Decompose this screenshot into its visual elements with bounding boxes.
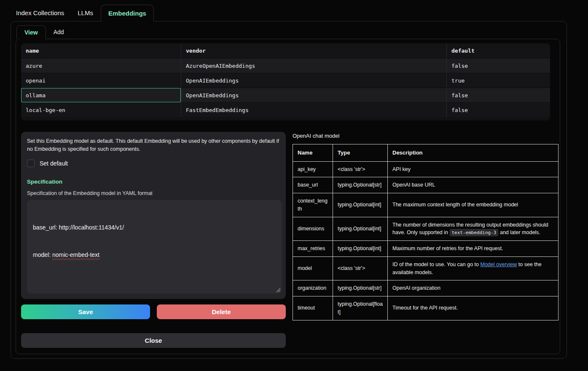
table-row-ollama-selected[interactable]: ollama OpenAIEmbeddings false (21, 88, 550, 102)
schema-row-api_key: api_key <class 'str'> API key (293, 161, 558, 177)
embeddings-tab-panel: View Add name vendor default azure Azure… (11, 21, 567, 359)
cell-vendor: FastEmbedEmbeddings (181, 103, 446, 117)
save-button[interactable]: Save (21, 304, 150, 319)
specification-heading: Specification (27, 179, 280, 185)
close-button[interactable]: Close (21, 333, 286, 348)
action-buttons: Save Delete (21, 304, 286, 319)
schema-table: Name Type Description api_key <class 'st… (293, 144, 558, 320)
table-row-local-bge-en[interactable]: local-bge-en FastEmbedEmbeddings false (21, 102, 550, 117)
inline-code-chip: text-embedding-3 (450, 229, 499, 236)
yaml-line-2: model: nomic-embed-text (33, 251, 276, 260)
cell-name: ollama (21, 88, 181, 102)
cell-vendor: OpenAIEmbeddings (181, 73, 446, 88)
yaml-spec-editor[interactable]: base_url: http://localhost:11434/v1/ mod… (27, 200, 282, 294)
tab-view[interactable]: View (16, 25, 46, 39)
sub-tab-bar: View Add (11, 21, 567, 39)
cell-default: false (446, 103, 550, 117)
tab-llms[interactable]: LLMs (78, 5, 93, 21)
col-header-vendor: vendor (181, 43, 446, 58)
col-header-name: name (21, 43, 181, 58)
detail-area: Set this Embedding model as default. Thi… (21, 132, 556, 348)
misspelled-word: nomic-embed-text (52, 251, 99, 258)
main-tab-bar: Index Collections LLMs Embeddings (0, 4, 588, 21)
cell-vendor: OpenAIEmbeddings (181, 88, 446, 102)
yaml-line-1: base_url: http://localhost:11434/v1/ (33, 223, 276, 232)
edit-column: Set this Embedding model as default. Thi… (21, 132, 286, 348)
cell-default: false (446, 59, 550, 73)
schema-title: OpenAI chat model (293, 133, 556, 139)
schema-header-row: Name Type Description (293, 144, 558, 162)
schema-col-name: Name (293, 144, 333, 162)
model-overview-link[interactable]: Model overview (480, 262, 517, 267)
tab-embeddings[interactable]: Embeddings (101, 5, 154, 21)
cell-default: false (446, 88, 550, 102)
schema-row-organization: organization typing.Optional[str] OpenAI… (293, 280, 558, 296)
table-header-row: name vendor default (21, 43, 550, 58)
table-row-openai[interactable]: openai OpenAIEmbeddings true (21, 73, 550, 88)
app-root: Index Collections LLMs Embeddings View A… (0, 0, 588, 359)
cell-name: openai (21, 73, 181, 88)
schema-col-description: Description (388, 144, 558, 162)
schema-row-model: model <class 'str'> ID of the model to u… (293, 256, 558, 280)
schema-row-timeout: timeout typing.Optional[float] Timeout f… (293, 296, 558, 320)
cell-default: true (446, 73, 550, 88)
tab-index-collections[interactable]: Index Collections (16, 5, 64, 21)
cell-name: azure (21, 59, 181, 73)
schema-col-type: Type (333, 144, 388, 162)
set-default-checkbox[interactable] (27, 160, 35, 167)
resize-handle-icon[interactable] (275, 287, 280, 292)
tab-add[interactable]: Add (54, 25, 64, 39)
schema-column: OpenAI chat model Name Type Description (293, 132, 556, 320)
default-and-spec-panel: Set this Embedding model as default. Thi… (21, 132, 286, 299)
delete-button[interactable]: Delete (157, 304, 286, 319)
embeddings-table: name vendor default azure AzureOpenAIEmb… (21, 43, 550, 120)
schema-row-base_url: base_url typing.Optional[str] OpenAI bas… (293, 177, 558, 193)
schema-row-context_length: context_length typing.Optional[int] The … (293, 193, 558, 217)
schema-row-max_retries: max_retries typing.Optional[int] Maximum… (293, 241, 558, 257)
schema-row-dimensions: dimensions typing.Optional[int] The numb… (293, 217, 558, 241)
set-default-row: Set default (27, 160, 280, 167)
set-default-description: Set this Embedding model as default. Thi… (27, 137, 280, 153)
view-tab-panel: name vendor default azure AzureOpenAIEmb… (16, 39, 560, 354)
cell-vendor: AzureOpenAIEmbeddings (181, 59, 446, 73)
col-header-default: default (446, 43, 550, 58)
specification-caption: Specification of the Embedding model in … (27, 190, 280, 196)
cell-name: local-bge-en (21, 103, 181, 117)
set-default-label: Set default (40, 160, 68, 167)
table-row-azure[interactable]: azure AzureOpenAIEmbeddings false (21, 58, 550, 73)
